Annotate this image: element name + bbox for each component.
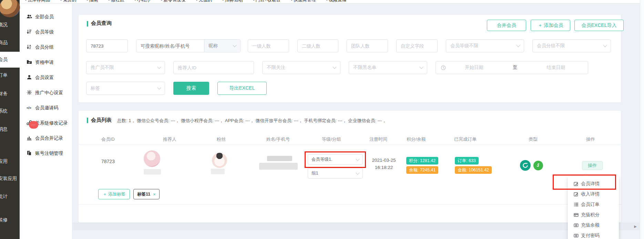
sort-amount-icon [27,29,32,34]
member-excel-import-button[interactable]: 会员EXCEL导入 [574,20,624,31]
money-icon [574,223,579,228]
chevron-down-icon [157,86,161,89]
member-tag: 标签11 × [133,189,160,199]
col-level-group: 等级/分组 [322,136,341,142]
sidebar-item-orders[interactable]: 订单 [0,72,22,79]
scroll-right-icon[interactable]: ▶ [634,225,637,228]
messages-badge[interactable]: ... [29,121,38,129]
date-range-picker[interactable]: 开始日期 至 结束日期 [436,61,588,74]
keyword-input[interactable] [136,40,204,52]
submenu-item-merge-log[interactable]: 会员合并记录 [20,134,72,142]
member-group-select[interactable]: 会员分组不限 [532,39,611,52]
export-excel-button[interactable]: 导出EXCEL [217,82,267,95]
search-button[interactable]: 搜索 [173,82,209,95]
submenu-item-member-level[interactable]: 会员等级 [20,28,72,36]
chevron-down-icon [356,157,359,161]
row-group-select[interactable]: 组1 [308,168,363,179]
topnav-item[interactable]: ▪指南 [86,0,98,3]
community-icon: ▪ [109,0,110,2]
topnav-item[interactable]: ▪微社区 [109,0,124,3]
member-phone-blur [259,163,298,170]
topnav-item[interactable]: ▪招募启动 [222,0,243,3]
topnav-item[interactable]: ▪云库存商品 [25,0,50,3]
add-tag-button[interactable]: ＋ 添加标签 [98,189,130,199]
submenu-item-member-group[interactable]: AZ 会员分组 [20,43,72,51]
popup-item-member-orders[interactable]: 会员订单 [568,199,619,210]
chevron-down-icon [356,171,359,175]
member-id-input[interactable] [86,39,128,52]
query-card-title: 会员查询 [91,20,112,27]
level2-count-input[interactable] [297,39,338,52]
popup-item-recharge-balance[interactable]: 充值余额 [568,220,619,230]
orders-badge: 订单: 633 [455,157,479,165]
member-query-card: 会员查询 合并会员 ＋ 添加会员 会员EXCEL导入 昵称 会员等级不限 会员分… [79,15,621,102]
referrer-avatar[interactable] [144,150,160,167]
reg-date: 2021-03-25 [368,158,400,163]
topnav-item[interactable]: ▪快速商管理 [291,0,316,3]
sidebar-item-apps[interactable]: 应用 [0,158,22,165]
member-name-blur [267,156,292,161]
topnav-item[interactable]: ▪小程序 [135,0,151,3]
horizontal-scrollbar[interactable]: ▶ [72,223,640,230]
col-referrer: 推荐人 [163,136,176,142]
topnav-item[interactable]: ▪充值的 [196,0,212,3]
add-member-button[interactable]: ＋ 添加会员 [531,20,570,31]
vertical-scrollbar[interactable] [640,0,644,239]
chevron-down-icon [516,43,520,47]
edit-icon [574,181,579,186]
row-action-button[interactable]: 操作 [582,161,603,170]
row-level-select[interactable]: 会员等级1. [308,154,363,165]
sidebar-item-statistics[interactable]: 统计 [0,193,22,200]
member-type-icon-1 [520,160,531,171]
svg-text:</>: </> [27,106,31,110]
team-count-input[interactable] [347,39,388,52]
sidebar-item-messages[interactable]: 消息 [0,126,22,133]
chevron-down-icon [419,65,423,69]
avatar[interactable] [0,0,20,17]
referrer-id-input[interactable] [173,61,254,74]
col-completed-orders: 已完成订单 [454,136,477,142]
submenu-item-relation-log[interactable]: 关系链修改记录 [20,119,72,127]
fan-avatar[interactable] [212,153,227,168]
sidebar-item-install-apps[interactable]: 安装应用 [0,175,22,182]
tag-select[interactable]: 标签 [86,82,165,95]
play-icon: ▪ [60,0,61,2]
popup-item-payment-password[interactable]: 支付密码 [568,230,619,239]
sidebar-item-members-active[interactable]: 会员 [0,52,20,68]
submenu-item-invite-code[interactable]: </> 会员邀请码 [20,104,72,112]
keyword-type-select[interactable]: 昵称 [204,40,240,52]
topnav-item[interactable]: ▪免费的 [60,0,76,3]
sidebar-item-overview[interactable]: 概况 [0,21,22,28]
popup-item-recharge-points[interactable]: 充值积分 [568,210,619,220]
popup-item-income-detail[interactable]: 收入详情 [568,189,619,199]
sidebar-item-products[interactable]: 商品 [0,39,22,46]
remove-tag-icon[interactable]: × [153,192,156,197]
member-level-select[interactable]: 会员等级不限 [446,39,524,52]
merge-members-button[interactable]: 合并会员 [487,20,526,31]
custom-field-input[interactable] [396,39,438,52]
submenu-item-all-members[interactable]: 全部会员 [20,13,72,21]
level1-count-input[interactable] [248,39,289,52]
submenu-item-member-settings[interactable]: 会员设置 [20,73,72,82]
sidebar-item-finance[interactable]: 财务 [0,90,22,97]
topnav-item[interactable]: ▪视频直播 [326,0,347,3]
topnav-item[interactable]: ▪门店+收银台 [253,0,281,3]
sidebar-item-decoration[interactable]: 装修 [0,217,22,223]
member-submenu: 全部会员 会员等级 AZ 会员分组 资格申请 会员设置 推广中心设置 </> 会… [20,3,72,239]
popup-item-member-detail[interactable]: 会员详情 [568,179,619,189]
follow-filter-select[interactable]: 不限关注 [262,61,340,74]
fan-name-blur [211,169,225,174]
row-action-popup: 会员详情 收入详情 会员订单 充值积分 充值余额 支付密码 [568,177,619,239]
topnav-item[interactable]: ▪新零售发变 [161,0,186,3]
code-icon: </> [27,105,32,110]
promoter-select[interactable]: 推广员不限 [86,61,165,74]
sidebar-item-system[interactable]: 系统 [0,108,22,114]
submenu-item-promotion-settings[interactable]: 推广中心设置 [20,89,72,97]
blacklist-filter-select[interactable]: 不限黑名单 [349,61,427,74]
flag-icon: ▪ [86,0,88,2]
submenu-item-qualification[interactable]: 资格申请 [20,58,72,67]
chevron-down-icon [233,43,236,47]
submenu-item-account-cancellation[interactable]: 账号注销管理 [20,149,72,158]
card-icon [574,212,579,217]
express-icon: ▪ [291,0,292,2]
